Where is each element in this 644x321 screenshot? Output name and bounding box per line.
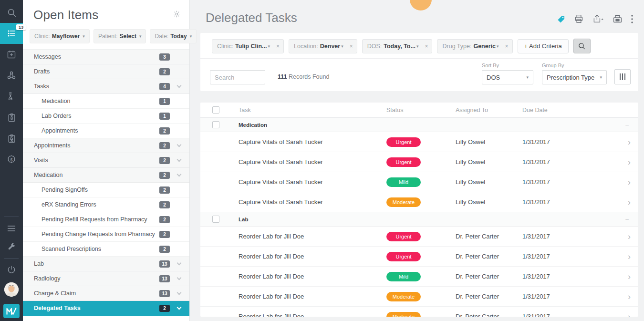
open-items-item[interactable]: Medication1 xyxy=(23,94,189,109)
search-input[interactable] xyxy=(210,70,265,84)
open-items-item-label: Pending Change Requests from Pharmacy xyxy=(42,231,159,238)
app-logo[interactable] xyxy=(3,304,20,318)
open-items-item[interactable]: Medication2 xyxy=(23,168,189,183)
task-row[interactable]: Capture Vitals of Sarah TuckerUrgentLill… xyxy=(200,152,638,172)
columns-toggle-button[interactable] xyxy=(614,69,631,84)
open-items-item[interactable]: Messages3 xyxy=(23,50,189,64)
row-chevron-icon[interactable]: › xyxy=(618,292,638,301)
billing-dollar-icon[interactable]: $ xyxy=(0,149,23,170)
remove-criteria-icon[interactable]: × xyxy=(348,43,353,50)
panel-filter-dropdown[interactable]: Date:Today▾ xyxy=(150,29,197,43)
chevron-down-icon xyxy=(177,261,182,266)
network-icon[interactable] xyxy=(0,65,23,86)
row-chevron-icon[interactable]: › xyxy=(618,252,638,261)
export-icon[interactable] xyxy=(592,14,604,24)
open-items-item[interactable]: Drafts2 xyxy=(23,64,189,79)
group-checkbox[interactable] xyxy=(212,216,219,223)
menu-icon[interactable] xyxy=(0,219,23,238)
task-row[interactable]: Reorder Lab for Jill DoeUrgentDr. Peter … xyxy=(200,227,638,247)
row-chevron-icon[interactable]: › xyxy=(618,158,638,166)
task-row[interactable]: Capture Vitals of Sarah TuckerModerateLi… xyxy=(200,192,638,212)
open-items-item[interactable]: eRX Standing Errors2 xyxy=(23,197,189,212)
status-badge: Moderate xyxy=(386,197,421,207)
add-criteria-button[interactable]: + Add Criteria xyxy=(518,39,569,53)
fax-icon[interactable] xyxy=(613,14,623,24)
open-items-item[interactable]: Scanned Prescriptions2 xyxy=(23,242,189,257)
print-icon[interactable] xyxy=(574,14,584,24)
open-items-item[interactable]: Lab13 xyxy=(23,257,189,271)
medication-clipboard-icon[interactable] xyxy=(0,107,23,128)
open-items-item[interactable]: Visits2 xyxy=(23,153,189,168)
due-date: 1/31/2017 xyxy=(522,198,618,206)
task-row[interactable]: Capture Vitals of Sarah TuckerMildLilly … xyxy=(200,172,638,192)
row-chevron-icon[interactable]: › xyxy=(618,312,638,317)
criteria-chip[interactable]: Drug Type:Generic▾× xyxy=(437,39,512,53)
task-row[interactable]: Reorder Lab for Jill DoeModerateDr. Pete… xyxy=(200,287,638,307)
open-items-item[interactable]: Pending Refill Requests from Pharmacy2 xyxy=(23,212,189,227)
tag-icon[interactable] xyxy=(556,14,566,24)
group-row[interactable]: Medication– xyxy=(200,118,638,132)
panel-filter-dropdown[interactable]: Clinic:Mayflower▾ xyxy=(30,29,90,43)
apply-search-button[interactable] xyxy=(573,39,591,53)
task-row[interactable]: Reorder Lab for Jill DoeUrgentDr. Peter … xyxy=(200,247,638,267)
row-chevron-icon[interactable]: › xyxy=(618,138,638,146)
criteria-chip[interactable]: Location:Denver▾× xyxy=(289,39,357,53)
tools-wrench-icon[interactable] xyxy=(0,238,23,256)
remove-criteria-icon[interactable]: × xyxy=(423,43,428,50)
count-badge: 13 xyxy=(159,290,170,297)
open-items-item[interactable]: Delegated Tasks2 xyxy=(23,301,189,316)
criteria-chip[interactable]: DOS:Today, To...▾× xyxy=(362,39,433,53)
remove-criteria-icon[interactable]: × xyxy=(274,43,280,50)
power-icon[interactable] xyxy=(0,261,23,279)
task-row[interactable]: Reorder Lab for Jill DoeModerateDr. Pete… xyxy=(200,307,638,317)
chevron-down-icon xyxy=(177,143,182,147)
row-chevron-icon[interactable]: › xyxy=(618,198,638,207)
select-all-checkbox[interactable] xyxy=(212,106,219,114)
open-items-item[interactable]: Tasks4 xyxy=(23,79,189,94)
collapse-group-icon[interactable]: – xyxy=(618,122,638,128)
open-items-icon[interactable]: 13 xyxy=(0,23,23,44)
open-items-item[interactable]: Appointments2 xyxy=(23,138,189,153)
prescription-clipboard-icon[interactable] xyxy=(0,128,23,149)
assigned-to: Lilly Oswel xyxy=(456,198,522,206)
row-chevron-icon[interactable]: › xyxy=(618,272,638,281)
task-name: Capture Vitals of Sarah Tucker xyxy=(229,158,386,166)
count-badge: 2 xyxy=(159,305,170,312)
row-chevron-icon[interactable]: › xyxy=(618,232,638,241)
group-checkbox[interactable] xyxy=(212,121,219,128)
group-by-select[interactable]: Prescription Type▾ xyxy=(542,70,607,84)
status-badge: Mild xyxy=(386,272,421,281)
search-icon[interactable] xyxy=(0,2,23,23)
task-name: Reorder Lab for Jill Doe xyxy=(229,273,386,280)
row-chevron-icon[interactable]: › xyxy=(618,178,638,186)
sort-by-select[interactable]: DOS▾ xyxy=(482,70,533,84)
user-avatar[interactable] xyxy=(4,282,19,297)
open-items-item[interactable]: Appointments2 xyxy=(23,124,189,138)
settings-gear-icon[interactable] xyxy=(173,10,181,20)
more-kebab-icon[interactable] xyxy=(631,14,634,24)
open-items-item[interactable]: Lab Orders1 xyxy=(23,109,189,124)
svg-text:$: $ xyxy=(10,157,12,162)
count-badge: 2 xyxy=(159,231,170,238)
open-items-item[interactable]: Pending SignOffs2 xyxy=(23,183,189,197)
remove-criteria-icon[interactable]: × xyxy=(503,43,509,50)
lab-flask-icon[interactable] xyxy=(0,86,23,107)
open-items-item-label: eRX Standing Errors xyxy=(42,201,159,208)
sort-by-label: Sort By xyxy=(482,62,533,68)
due-date: 1/31/2017 xyxy=(522,138,618,145)
task-row[interactable]: Capture Vitals of Sarah TuckerUrgentLill… xyxy=(200,132,638,152)
collapse-group-icon[interactable]: – xyxy=(618,216,638,223)
criteria-value: Today, To... xyxy=(384,43,415,50)
chevron-down-icon: ▾ xyxy=(83,34,85,39)
task-row[interactable]: Reorder Lab for Jill DoeMildDr. Peter Ca… xyxy=(200,267,638,287)
assigned-to: Dr. Peter Carter xyxy=(456,273,522,280)
open-items-item[interactable]: Radiology13 xyxy=(23,271,189,286)
open-items-item-label: Medication xyxy=(42,98,159,104)
open-items-item[interactable]: Charge & Claim13 xyxy=(23,286,189,301)
records-row: 111 Records Found Sort By DOS▾ Group By … xyxy=(200,59,638,91)
group-row[interactable]: Lab– xyxy=(200,212,638,227)
panel-filter-dropdown[interactable]: Patient:Select▾ xyxy=(93,29,146,43)
open-items-item[interactable]: Pending Change Requests from Pharmacy2 xyxy=(23,227,189,242)
calendar-add-icon[interactable] xyxy=(0,44,23,65)
criteria-chip[interactable]: Clinic:Tulip Clin...▾× xyxy=(212,39,284,53)
